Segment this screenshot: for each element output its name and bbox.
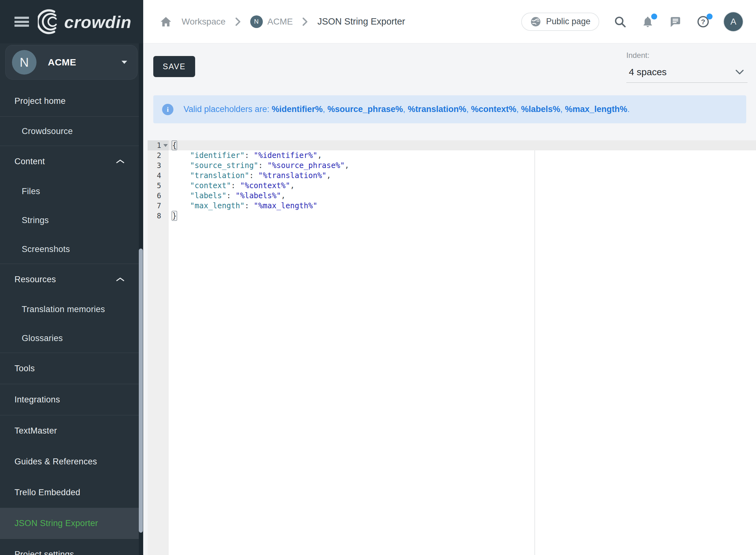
- sidebar-item-label: Guides & References: [14, 457, 97, 467]
- sidebar-item-crowdsource[interactable]: Crowdsource: [0, 117, 139, 146]
- sidebar-item-label: Files: [22, 186, 40, 196]
- public-page-button[interactable]: Public page: [521, 12, 599, 31]
- gutter-line-number: 7: [148, 201, 169, 211]
- sidebar-item-label: Content: [14, 157, 45, 166]
- sidebar-item-textmaster[interactable]: TextMaster: [0, 415, 139, 446]
- gutter-line-number: 1: [148, 140, 169, 151]
- sidebar-item-translation-memories[interactable]: Translation memories: [0, 295, 139, 324]
- json-key-token: "translation": [190, 171, 249, 180]
- sidebar-nav: Project homeCrowdsourceContentFilesStrin…: [0, 86, 139, 555]
- help-notification-dot: [707, 13, 713, 19]
- caret-down-icon: [122, 61, 127, 64]
- punct-token: :: [245, 201, 254, 210]
- top-header: Workspace N ACME JSON String Exporter Pu…: [143, 0, 756, 43]
- page-title: JSON String Exporter: [317, 16, 405, 27]
- sidebar-item-label: Glossaries: [22, 334, 63, 343]
- messages-icon[interactable]: [669, 15, 682, 29]
- punct-token: [172, 171, 190, 180]
- help-icon[interactable]: ?: [696, 15, 710, 29]
- punct-token: :: [249, 171, 258, 180]
- punct-token: :: [245, 151, 254, 160]
- breadcrumb-project[interactable]: N ACME: [250, 15, 293, 28]
- sidebar-item-json-string-exporter[interactable]: JSON String Exporter: [0, 508, 139, 539]
- code-line-5: "context": "%context%",: [169, 181, 756, 191]
- code-editor[interactable]: 12345678 { "identifier": "%identifier%",…: [148, 140, 756, 555]
- sidebar-item-trello-embedded[interactable]: Trello Embedded: [0, 477, 139, 508]
- punct-token: [172, 191, 190, 200]
- search-icon[interactable]: [613, 15, 627, 29]
- hamburger-menu-icon[interactable]: [14, 15, 29, 28]
- placeholder-token: %source_phrase%: [327, 104, 403, 114]
- punct-token: [172, 151, 190, 160]
- code-line-4: "translation": "%translation%",: [169, 171, 756, 181]
- crowdin-logo[interactable]: crowdin: [38, 8, 132, 35]
- home-icon[interactable]: [159, 15, 173, 29]
- chevron-right-icon: [235, 17, 241, 27]
- sidebar-item-project-settings[interactable]: Project settings: [0, 539, 139, 555]
- sidebar-item-label: TextMaster: [14, 426, 57, 436]
- code-line-1: {: [169, 140, 756, 151]
- info-banner-text: Valid placeholders are: %identifier%, %s…: [183, 104, 630, 114]
- gutter-line-number: 3: [148, 161, 169, 171]
- breadcrumb-workspace[interactable]: Workspace: [181, 17, 226, 27]
- punct-token: :: [258, 161, 267, 170]
- code-line-8: }: [169, 211, 756, 221]
- sidebar-item-screenshots[interactable]: Screenshots: [0, 235, 139, 264]
- fold-toggle-icon[interactable]: [163, 144, 168, 147]
- sidebar-item-resources[interactable]: Resources: [0, 264, 139, 295]
- punct-token: ,: [290, 181, 295, 190]
- punct-token: [172, 201, 190, 210]
- chevron-up-icon: [116, 159, 125, 164]
- json-key-token: "identifier": [190, 151, 245, 160]
- main-content: SAVE Indent: 4 spaces i Valid placeholde…: [143, 43, 756, 555]
- svg-text:?: ?: [701, 17, 705, 26]
- sidebar-scrollbar-thumb[interactable]: [139, 249, 143, 533]
- punct-token: ,: [317, 151, 322, 160]
- json-key-token: "source_string": [190, 161, 258, 170]
- punct-token: :: [231, 181, 240, 190]
- sidebar-item-label: Translation memories: [22, 305, 105, 314]
- punct-token: ,: [345, 161, 349, 170]
- punct-token: [172, 161, 190, 170]
- project-avatar-small: N: [250, 15, 263, 28]
- chevron-up-icon: [116, 276, 125, 282]
- project-selector[interactable]: N ACME: [5, 45, 137, 80]
- bracket-token: {: [172, 140, 177, 151]
- header-actions: Public page ? A: [521, 12, 743, 31]
- sidebar-item-project-home[interactable]: Project home: [0, 86, 139, 117]
- sidebar-item-strings[interactable]: Strings: [0, 206, 139, 235]
- sidebar-item-label: Integrations: [14, 395, 60, 404]
- sidebar-item-files[interactable]: Files: [0, 177, 139, 206]
- code-line-2: "identifier": "%identifier%",: [169, 151, 756, 161]
- sidebar-header: crowdin: [0, 0, 143, 43]
- notifications-bell-icon[interactable]: [641, 15, 655, 29]
- sidebar-item-label: Strings: [22, 216, 49, 225]
- chevron-right-icon: [301, 17, 308, 27]
- sidebar-item-integrations[interactable]: Integrations: [0, 384, 139, 415]
- json-value-token: "%labels%": [236, 191, 281, 200]
- save-button[interactable]: SAVE: [153, 56, 195, 77]
- sidebar-item-guides-references[interactable]: Guides & References: [0, 446, 139, 477]
- gutter-line-number: 8: [148, 211, 169, 221]
- json-key-token: "context": [190, 181, 231, 190]
- sidebar-item-label: JSON String Exporter: [14, 518, 98, 528]
- sidebar-item-label: Trello Embedded: [14, 488, 80, 498]
- indent-label: Indent:: [626, 51, 748, 60]
- editor-code-area[interactable]: { "identifier": "%identifier%", "source_…: [169, 140, 756, 221]
- sidebar-item-label: Project settings: [14, 550, 74, 555]
- indent-selected-value: 4 spaces: [629, 67, 667, 77]
- placeholder-token: %max_length%: [565, 104, 627, 114]
- json-value-token: "%translation%": [258, 171, 327, 180]
- indent-select[interactable]: 4 spaces: [626, 65, 748, 83]
- sidebar-item-tools[interactable]: Tools: [0, 353, 139, 384]
- json-value-token: "%context%": [240, 181, 290, 190]
- placeholder-token: %identifier%: [271, 104, 323, 114]
- sidebar-item-content[interactable]: Content: [0, 146, 139, 177]
- user-avatar[interactable]: A: [724, 12, 743, 31]
- placeholder-token: %labels%: [521, 104, 560, 114]
- sidebar-scrollbar-track: [139, 43, 143, 555]
- sidebar-item-glossaries[interactable]: Glossaries: [0, 324, 139, 353]
- sidebar: crowdin N ACME Project homeCrowdsourceCo…: [0, 0, 143, 555]
- crowdin-logo-mark: crowdin: [38, 8, 132, 35]
- json-value-token: "%source_phrase%": [267, 161, 345, 170]
